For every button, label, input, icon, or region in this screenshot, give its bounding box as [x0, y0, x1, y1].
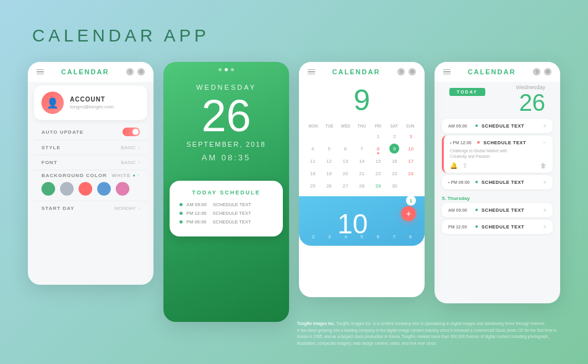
cal-cell[interactable] — [354, 131, 369, 142]
cal-cell[interactable]: 1 — [371, 131, 386, 142]
cal-cell[interactable]: 25 — [305, 180, 320, 191]
share-icon[interactable]: ⇧ — [462, 162, 467, 169]
thu-expand-1[interactable]: + — [543, 207, 547, 214]
cal-cell[interactable]: 11 — [305, 155, 320, 167]
cal-cell[interactable]: 17 — [404, 155, 418, 167]
swatch-pink[interactable] — [116, 182, 129, 196]
schedule-time-2: PM 12:00 — [186, 210, 207, 216]
cal-cell[interactable]: 24 — [404, 168, 418, 179]
settings-icon[interactable]: ⚙ — [137, 68, 145, 76]
cal-cell[interactable]: 5 — [321, 143, 336, 154]
fab-button[interactable]: + — [401, 206, 416, 221]
footer: TongRo Images Inc. TongRo Images Inc. is… — [297, 321, 560, 347]
footer-desc1: TongRo Images Inc. is a content company … — [336, 321, 545, 326]
sched-time-1: AM 09:00 — [448, 124, 472, 128]
schedule-entry-3: • PM 06:00 SCHEDULE TEXT + — [442, 175, 553, 189]
nav-dot-2[interactable] — [225, 68, 228, 71]
swatch-gray[interactable] — [60, 182, 74, 196]
calendar-grid: MON TUE WED THU FRI SAT SUN 1 2 3 4 5 6 … — [299, 119, 425, 191]
wave-num[interactable]: 2 — [305, 234, 321, 240]
cal-cell[interactable]: 10 — [404, 143, 418, 154]
sched-title-1: SCHEDULE TEXT — [482, 123, 539, 129]
day-thu: THU — [353, 124, 370, 128]
cal-cell[interactable]: 20 — [338, 168, 353, 179]
sched-row-3: • PM 06:00 SCHEDULE TEXT + — [448, 179, 547, 186]
wave-big-num: 10 — [337, 209, 368, 240]
schedule-dot-1 — [179, 203, 183, 206]
phone4-title: CALENDAR — [451, 68, 533, 76]
hamburger-icon[interactable] — [37, 69, 44, 75]
chevron-icon-2: › — [138, 160, 140, 165]
cal-cell[interactable]: 16 — [387, 155, 402, 167]
cal-cell[interactable]: 28 — [354, 180, 369, 191]
cal-cell[interactable]: 13 — [338, 155, 353, 167]
search-icon-4[interactable]: ⚲ — [533, 68, 540, 76]
thu-time-2: PM 12:00 — [448, 225, 472, 229]
search-icon[interactable]: ⚲ — [126, 68, 134, 76]
nav-dot-3[interactable] — [231, 68, 234, 71]
swatch-red[interactable] — [79, 182, 92, 196]
cal-cell[interactable]: 7 — [354, 143, 369, 154]
sched-expand-2[interactable]: − — [543, 139, 547, 146]
wave-num[interactable]: 7 — [386, 234, 402, 240]
cal-cell[interactable]: 22 — [371, 168, 386, 179]
schedule-dot-3 — [179, 220, 183, 223]
bell-icon[interactable]: 🔔 — [450, 162, 457, 169]
thu-dot-1 — [475, 209, 478, 211]
start-day-row[interactable]: START DAY MONDAY › — [28, 201, 153, 215]
thu-expand-2[interactable]: + — [543, 223, 547, 230]
cal-cell[interactable]: 6 — [338, 143, 353, 154]
cal-cell[interactable]: 26 — [321, 180, 336, 191]
settings-icon-3[interactable]: ⚙ — [409, 68, 416, 76]
auto-update-toggle[interactable] — [123, 128, 140, 136]
cal-cell[interactable]: 2 — [387, 131, 402, 142]
hamburger-icon-3[interactable] — [308, 69, 315, 75]
cal-cell[interactable]: 15 — [371, 155, 386, 167]
sched-title-2: SCHEDULE TEXT — [483, 140, 539, 145]
day-sat: SAT — [386, 124, 402, 128]
cal-cell[interactable]: 3 — [404, 131, 418, 142]
cal-cell[interactable]: 14 — [354, 155, 369, 167]
cal-cell[interactable]: 12 — [321, 155, 336, 167]
wave-num[interactable]: 8 — [402, 234, 418, 240]
thursday-label: 5. Thursday — [442, 196, 553, 201]
hamburger-icon-4[interactable] — [443, 69, 451, 75]
nav-dots — [163, 62, 289, 77]
cal-cell[interactable]: 21 — [354, 168, 369, 179]
search-icon-3[interactable]: ⚲ — [397, 68, 405, 76]
header-icons-3: ⚲ ⚙ — [397, 68, 416, 76]
delete-icon[interactable]: 🗑 — [540, 162, 547, 169]
cal-cell[interactable]: 18 — [305, 168, 320, 179]
month-year: SEPTEMBER, 2018 — [176, 141, 277, 148]
cal-cell[interactable]: 4 — [305, 143, 320, 154]
settings-icon-4[interactable]: ⚙ — [544, 68, 551, 76]
sched-expand-1[interactable]: + — [543, 123, 547, 129]
header-icons-4: ⚲ ⚙ — [533, 68, 551, 76]
swatch-blue[interactable] — [97, 182, 111, 196]
swatch-green[interactable] — [41, 182, 55, 196]
wave-num[interactable]: 3 — [321, 234, 337, 240]
sched-time-3: • PM 06:00 — [448, 180, 472, 184]
cal-cell[interactable]: 27 — [338, 180, 353, 191]
font-row[interactable]: FONT BASIC › — [28, 155, 153, 170]
style-label: STYLE — [41, 145, 61, 150]
wave-num[interactable]: 6 — [370, 234, 386, 240]
cal-cell[interactable] — [321, 131, 336, 142]
cal-cell[interactable]: 23 — [387, 168, 402, 179]
sched-expand-3[interactable]: + — [543, 179, 547, 186]
cal-cell[interactable]: 19 — [321, 168, 336, 179]
phone3-title: CALENDAR — [315, 68, 397, 76]
cal-cell[interactable]: 29 — [371, 180, 386, 191]
account-email: tongro@tongro.com — [70, 104, 140, 110]
cal-cell-today[interactable]: 9 — [389, 144, 399, 154]
cal-cell[interactable] — [305, 131, 320, 142]
nav-dot-1[interactable] — [218, 68, 222, 71]
cal-cell[interactable]: 30 — [387, 180, 402, 191]
style-row[interactable]: STYLE BASIC › — [28, 141, 153, 155]
cal-cell[interactable] — [404, 180, 418, 191]
sched-desc-2: Challenge to Global Market withCreativit… — [450, 148, 547, 159]
cal-cell[interactable] — [338, 131, 353, 142]
phone-settings: CALENDAR ⚲ ⚙ 👤 ACCOUNT tongro@tongro.com… — [28, 62, 153, 285]
bg-color-text: BACKGROUND COLOR — [41, 173, 107, 178]
cal-cell[interactable]: 8 — [371, 143, 386, 154]
